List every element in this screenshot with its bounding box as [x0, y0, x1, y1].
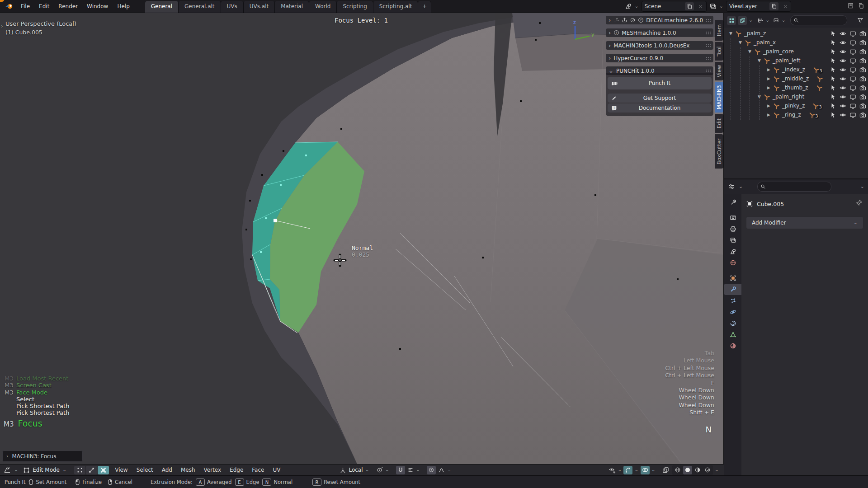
- viewport-visibility-icon[interactable]: [849, 48, 856, 55]
- select-menu[interactable]: Select: [134, 467, 156, 473]
- snap-toggle[interactable]: [396, 466, 405, 474]
- face-select-button[interactable]: [98, 466, 109, 474]
- disclosure-triangle-icon[interactable]: ▶: [766, 113, 772, 117]
- props-tab-scene[interactable]: [724, 246, 741, 257]
- hide-eye-icon[interactable]: [840, 66, 846, 73]
- outliner-row-thumb-z[interactable]: ▶ _thumb_z: [724, 83, 868, 92]
- n-panel-tab-boxcutter[interactable]: BoxCutter: [715, 134, 723, 169]
- snap-chevron-icon[interactable]: ⌄: [416, 468, 420, 472]
- props-tab-object[interactable]: [724, 272, 741, 284]
- blender-logo-icon[interactable]: [5, 3, 14, 10]
- uv-menu[interactable]: UV: [270, 467, 283, 473]
- props-tab-tool[interactable]: [724, 197, 741, 208]
- outliner-row-ring-z[interactable]: ▶ _ring_z 3: [724, 110, 868, 119]
- selectable-icon[interactable]: [830, 48, 836, 55]
- image-stack-icon[interactable]: [773, 17, 779, 23]
- render-visibility-icon[interactable]: [859, 94, 866, 100]
- hide-eye-icon[interactable]: [840, 48, 846, 55]
- edge-select-button[interactable]: [86, 466, 97, 474]
- scene-name-field[interactable]: Scene: [642, 1, 707, 12]
- hide-eye-icon[interactable]: [840, 30, 846, 37]
- selectable-icon[interactable]: [830, 103, 836, 109]
- viewport-visibility-icon[interactable]: [849, 84, 856, 91]
- viewport-visibility-icon[interactable]: [849, 112, 856, 118]
- render-visibility-icon[interactable]: [859, 48, 866, 55]
- workspace-tab-general[interactable]: General: [145, 1, 179, 13]
- n-panel-tab-view[interactable]: View: [715, 62, 723, 80]
- overlays-toggle[interactable]: [641, 466, 650, 474]
- selectable-icon[interactable]: [830, 30, 836, 37]
- render-visibility-icon[interactable]: [859, 30, 866, 37]
- properties-options-chevron-icon[interactable]: ⌄: [860, 184, 864, 189]
- selectable-icon[interactable]: [830, 112, 836, 118]
- menu-file[interactable]: File: [16, 0, 34, 13]
- snap-target-icon[interactable]: [407, 467, 414, 473]
- workspace-tab-scripting-alt[interactable]: Scripting.alt: [373, 1, 419, 13]
- image-stack-chevron-icon[interactable]: ⌄: [781, 18, 785, 23]
- render-visibility-icon[interactable]: [859, 103, 866, 109]
- disclosure-triangle-icon[interactable]: ▼: [756, 58, 762, 63]
- menu-render[interactable]: Render: [54, 0, 82, 13]
- workspace-tab-uvs[interactable]: UVs: [221, 1, 244, 13]
- n-panel-tab-machin3[interactable]: MACHIN3: [715, 82, 723, 113]
- viewport-visibility-icon[interactable]: [849, 103, 856, 109]
- panel-meshmachine[interactable]: › ? MESHmachine 1.0.0: [606, 28, 713, 37]
- workspace-tab-general-alt[interactable]: General.alt: [179, 1, 221, 13]
- view-menu[interactable]: View: [112, 467, 130, 473]
- outliner-row-palm-left[interactable]: ▼ _palm_left: [724, 56, 868, 65]
- props-tab-view-layer[interactable]: [724, 235, 741, 246]
- props-tab-modifiers[interactable]: [724, 284, 741, 295]
- n-panel-tab-edit[interactable]: Edit: [715, 114, 723, 133]
- punch-it-button[interactable]: Punch It: [608, 77, 712, 89]
- visibility-chevron-icon[interactable]: ⌄: [618, 468, 622, 472]
- window-stack-icon[interactable]: [858, 2, 864, 9]
- render-visibility-icon[interactable]: [859, 57, 866, 64]
- outliner-row-palm-core[interactable]: ▼ _palm_core: [724, 47, 868, 56]
- drag-handle-icon[interactable]: [706, 31, 711, 35]
- vertex-menu[interactable]: Vertex: [201, 467, 224, 473]
- props-tab-world[interactable]: [724, 257, 741, 268]
- viewport-visibility-icon[interactable]: [849, 39, 856, 46]
- material-preview-button[interactable]: [693, 466, 702, 474]
- selectable-icon[interactable]: [830, 84, 836, 91]
- properties-search[interactable]: [757, 182, 831, 192]
- outliner-search-input[interactable]: [801, 17, 839, 23]
- axis-gizmo[interactable]: z y: [566, 19, 598, 43]
- outliner-search[interactable]: [790, 15, 847, 25]
- hide-eye-icon[interactable]: [840, 84, 846, 91]
- face-menu[interactable]: Face: [249, 467, 267, 473]
- drag-handle-icon[interactable]: [706, 44, 711, 47]
- props-tab-constraints[interactable]: [724, 318, 741, 329]
- drag-handle-icon[interactable]: [706, 69, 711, 73]
- pivot-chevron-icon[interactable]: ⌄: [385, 468, 389, 472]
- outliner-row-palm-x[interactable]: ▼ _palm_x: [724, 38, 868, 47]
- menu-window[interactable]: Window: [82, 0, 113, 13]
- selectable-icon[interactable]: [830, 75, 836, 82]
- scene-unlink-button[interactable]: [696, 2, 705, 10]
- disclosure-triangle-icon[interactable]: ▶: [766, 76, 772, 81]
- scene-copy-button[interactable]: [685, 2, 694, 10]
- pin-icon[interactable]: [856, 199, 863, 206]
- props-tab-material[interactable]: [724, 340, 741, 352]
- panel-machin3tools[interactable]: › MACHIN3tools 1.0.0.DeusEx: [606, 41, 713, 50]
- wireframe-shading-button[interactable]: [673, 466, 682, 474]
- outliner-display-mode-button[interactable]: [738, 16, 747, 25]
- add-modifier-button[interactable]: Add Modifier ⌄: [746, 216, 863, 229]
- hide-eye-icon[interactable]: [840, 39, 846, 46]
- proportional-edit-toggle[interactable]: [427, 466, 436, 474]
- hide-eye-icon[interactable]: [840, 57, 846, 64]
- selectable-icon[interactable]: [830, 39, 836, 46]
- edge-menu[interactable]: Edge: [227, 467, 246, 473]
- solid-shading-button[interactable]: [683, 466, 692, 474]
- props-tab-output[interactable]: [724, 223, 741, 235]
- workspace-tab-world[interactable]: World: [309, 1, 337, 13]
- viewport-visibility-icon[interactable]: [849, 30, 856, 37]
- selectable-icon[interactable]: [830, 94, 836, 100]
- render-visibility-icon[interactable]: [859, 66, 866, 73]
- documentation-button[interactable]: i Documentation: [608, 103, 712, 113]
- falloff-curve-icon[interactable]: [438, 467, 445, 474]
- editor-type-icon[interactable]: [4, 466, 11, 474]
- viewport-visibility-icon[interactable]: [849, 94, 856, 100]
- gizmos-chevron-icon[interactable]: ⌄: [634, 468, 638, 472]
- display-filter-icon[interactable]: [757, 17, 764, 23]
